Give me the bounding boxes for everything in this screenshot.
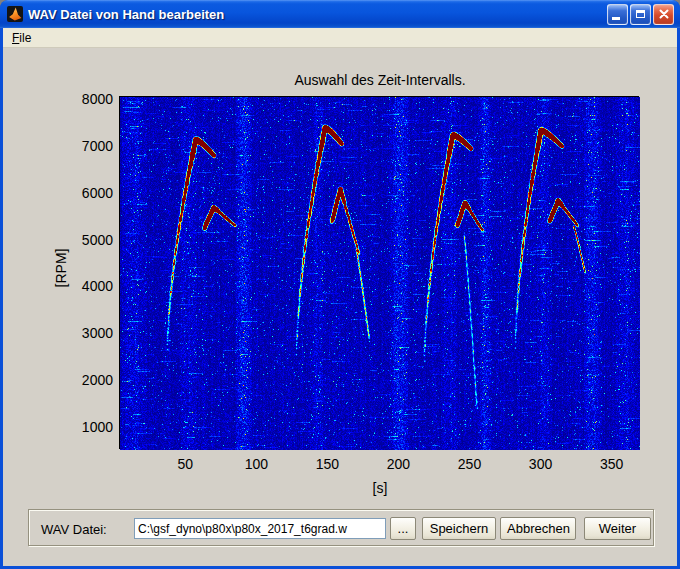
x-tick-label: 50 (160, 456, 210, 472)
y-tick-label: 1000 (66, 419, 113, 435)
y-tick-label: 7000 (66, 138, 113, 154)
plot-title: Auswahl des Zeit-Intervalls. (120, 72, 640, 88)
x-tick-label: 100 (231, 456, 281, 472)
window-controls (607, 4, 674, 25)
save-button[interactable]: Speichern (422, 517, 496, 540)
x-tick-label: 150 (302, 456, 352, 472)
matlab-flame-icon (8, 7, 22, 21)
close-button[interactable] (653, 4, 674, 25)
next-button[interactable]: Weiter (584, 517, 651, 540)
wav-path-input[interactable] (134, 518, 386, 539)
y-tick-label: 6000 (66, 185, 113, 201)
client-area: File Auswahl des Zeit-Intervalls. [RPM] … (3, 28, 677, 566)
maximize-icon (636, 10, 645, 18)
window-title: WAV Datei von Hand bearbeiten (28, 7, 607, 22)
matlab-app-icon (7, 6, 23, 22)
app-window: WAV Datei von Hand bearbeiten File Auswa… (0, 0, 680, 569)
x-tick-label: 300 (516, 456, 566, 472)
cancel-button[interactable]: Abbrechen (500, 517, 576, 540)
menu-item-file[interactable]: File (3, 29, 40, 47)
maximize-button[interactable] (630, 4, 651, 25)
x-tick-label: 250 (445, 456, 495, 472)
y-tick-label: 2000 (66, 372, 113, 388)
menu-bar: File (3, 28, 677, 48)
spectrogram-canvas[interactable] (120, 97, 640, 450)
browse-button[interactable]: ... (390, 517, 416, 540)
minimize-icon (612, 17, 620, 20)
close-icon (659, 9, 669, 19)
x-tick-label: 200 (373, 456, 423, 472)
y-tick-label: 5000 (66, 232, 113, 248)
y-tick-label: 8000 (66, 91, 113, 107)
title-bar[interactable]: WAV Datei von Hand bearbeiten (0, 0, 680, 28)
y-tick-label: 4000 (66, 278, 113, 294)
minimize-button[interactable] (607, 4, 628, 25)
plot-area[interactable] (119, 96, 639, 449)
x-axis-label: [s] (120, 480, 640, 496)
wav-file-label: WAV Datei: (41, 522, 107, 537)
x-tick-label: 350 (587, 456, 637, 472)
y-tick-label: 3000 (66, 325, 113, 341)
